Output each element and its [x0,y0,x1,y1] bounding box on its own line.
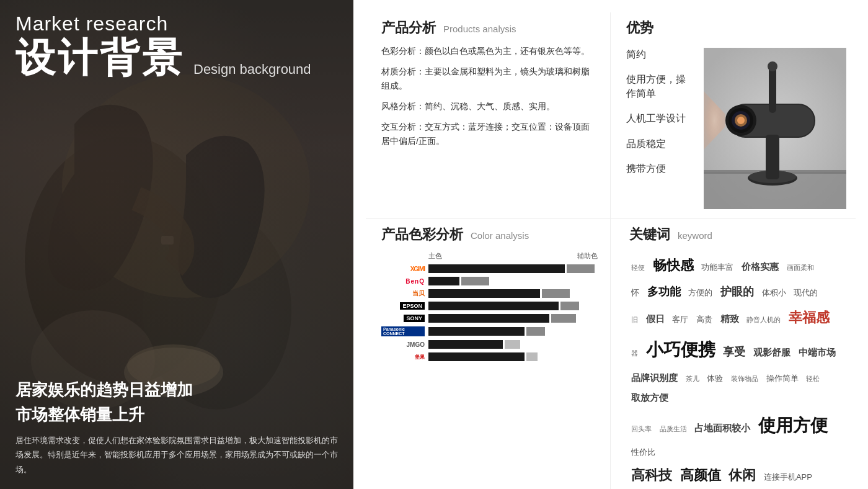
color-row-dangbei: 当贝 [381,289,598,298]
bar-aux-jmgo [505,340,520,349]
color-chart: 主色 辅助色 XGIMI BenQ [381,251,598,361]
kw-jingyinrenji: 静音人机的 [746,313,781,326]
bar-aux-benq [461,277,489,285]
kw-qingbian: 轻便 [631,261,645,274]
svg-rect-20 [769,66,776,113]
advantages-section: 优势 简约 使用方便，操作简单 人机工学设计 品质稳定 携带方便 [611,12,856,219]
bar-panasonic [428,327,598,336]
svg-point-21 [768,61,777,71]
trend-line2: 市场整体销量上升 [16,404,338,426]
title-chinese: 设计背景 [16,38,184,78]
kw-gaoyanzhi: 高颜值 [680,462,721,489]
bar-main-last [428,352,525,361]
bar-aux-panasonic [526,327,545,336]
brand-panasonic: Panasonic CONNECT [381,326,425,336]
color-row-last: 坚果 [381,352,598,361]
bar-main-benq [428,277,459,285]
color-row-epson: EPSON [381,302,598,310]
color-analysis-header: 产品色彩分析 Color analysis [381,225,598,244]
bar-main-panasonic [428,327,525,336]
adv-item-1: 简约 [626,48,701,61]
brand-benq: BenQ [381,278,425,285]
analysis-item-3: 风格分析：简约、沉稳、大气、质感、实用。 [381,100,598,114]
bar-aux-sony [551,314,576,323]
kw-gongneng: 功能丰富 [701,259,733,276]
bar-dangbei [428,289,598,298]
keyword-title-en: keyword [678,230,712,241]
bar-benq [428,277,598,285]
bar-aux-last [526,352,538,361]
kw-jiage: 价格实惠 [742,258,779,276]
trend-line1: 居家娱乐的趋势日益增加 [16,379,338,401]
keyword-title-cn: 关键词 [629,225,670,244]
adv-item-3: 人机工学设计 [626,112,701,125]
products-title-cn: 产品分析 [381,19,436,37]
bar-sony [428,314,598,323]
adv-item-5: 携带方便 [626,162,701,176]
kw-qi: 器 [631,346,638,360]
bar-main-dangbei [428,289,540,298]
brand-epson: EPSON [381,302,425,310]
brand-xgimi: XGIMI [381,266,425,272]
kw-guanying: 观影舒服 [753,343,790,362]
kw-chaer: 茶儿 [686,372,699,385]
kw-shiyong: 使用方便 [758,408,828,443]
bar-epson [428,302,598,310]
kw-huitou: 回头率 [631,422,652,436]
svg-rect-24 [766,135,779,179]
kw-caozuo: 操作简单 [766,370,799,387]
advantages-title-cn: 优势 [626,19,653,37]
kw-zhuangshi: 装饰物品 [731,372,758,385]
color-row-jmgo: JMGO [381,340,598,349]
bar-main-xgimi [428,264,565,273]
kw-xingjia: 性价比 [631,444,655,460]
products-title-en: Products analysis [443,24,516,34]
keyword-section: 关键词 keyword 轻便 畅快感 功能丰富 价格实惠 画面柔和 怀 多功能 … [611,219,856,489]
kw-huamian: 画面柔和 [787,261,814,274]
bar-main-jmgo [428,340,503,349]
bar-aux-xgimi [567,264,595,273]
products-analysis-header: 产品分析 Products analysis [381,19,598,37]
legend-aux-label: 辅助色 [577,251,598,261]
trend-description: 居住环境需求改变，促使人们想在家体验影院氛围需求日益增加，极大加速智能投影机的市… [16,433,338,477]
bar-main-sony [428,314,549,323]
color-analysis-section: 产品色彩分析 Color analysis 主色 辅助色 XGIMI BenQ [366,219,611,489]
bar-aux-epson [560,302,579,310]
kw-huai: 怀 [631,285,639,301]
right-panel: 产品分析 Products analysis 色彩分析：颜色以白色或黑色为主，还… [353,0,868,489]
color-row-xgimi: XGIMI [381,264,598,273]
left-panel: Market research 设计背景 Design background 居… [0,0,353,489]
kw-huyande: 护眼的 [720,280,754,303]
product-image-container [701,45,849,212]
analysis-item-2: 材质分析：主要以金属和塑料为主，镜头为玻璃和树脂组成。 [381,65,598,94]
market-research-title: Market research [16,12,338,35]
legend-main-label: 主色 [428,251,442,261]
svg-point-18 [737,117,745,124]
bottom-content: 居家娱乐的趋势日益增加 市场整体销量上升 居住环境需求改变，促使人们想在家体验影… [16,379,338,477]
kw-jiari: 假日 [646,310,665,328]
color-row-sony: SONY [381,314,598,323]
color-row-panasonic: Panasonic CONNECT [381,326,598,336]
keyword-header: 关键词 keyword [629,225,846,244]
brand-last: 坚果 [381,354,425,361]
color-legend: 主色 辅助色 [381,251,598,261]
kw-gaogui: 高贵 [696,312,712,328]
kw-tiyan: 体验 [707,370,723,387]
kw-keting: 客厅 [672,312,688,328]
projector-illustration [704,48,846,209]
kw-duogongneng: 多功能 [647,280,681,303]
advantages-header: 优势 [626,19,849,37]
kw-gaoke: 高科技 [631,462,672,489]
kw-fangbian: 方便的 [688,285,712,301]
bar-xgimi [428,264,598,273]
kw-xiandai: 现代的 [794,285,818,301]
color-row-benq: BenQ [381,277,598,285]
left-content: Market research 设计背景 Design background 居… [0,0,353,489]
bar-aux-dangbei [542,289,570,298]
kw-qingsong: 轻松 [806,372,820,385]
kw-tiji: 体积小 [762,285,786,301]
kw-xiaoqiaobian: 小巧便携 [646,333,715,367]
analysis-item-4: 交互分析：交互方式：蓝牙连接；交互位置：设备顶面居中偏后/正面。 [381,120,598,149]
products-analysis-section: 产品分析 Products analysis 色彩分析：颜色以白色或黑色为主，还… [366,12,611,219]
brand-sony: SONY [381,315,425,322]
